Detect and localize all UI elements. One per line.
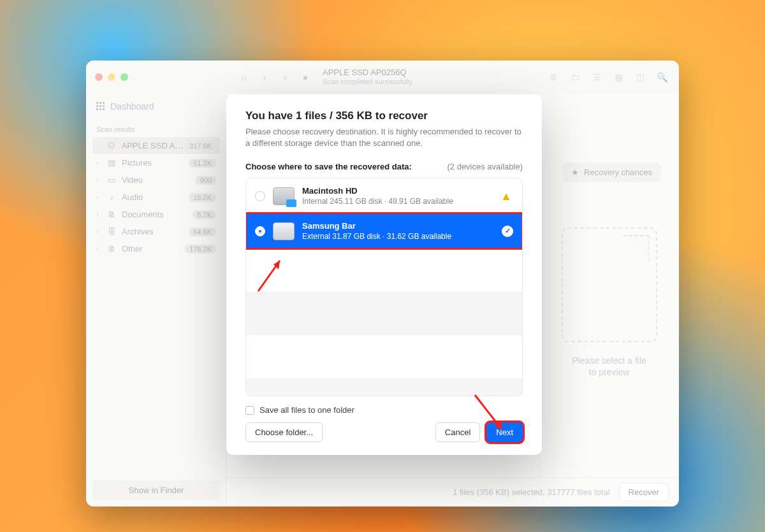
cancel-button[interactable]: Cancel	[435, 422, 480, 442]
preview-placeholder-text: Please select a file to preview	[572, 355, 646, 378]
choose-destination-label: Choose where to save the recovered data:	[245, 162, 412, 171]
forward-button[interactable]: ›	[278, 70, 292, 84]
disk-icon: ⛁	[106, 141, 117, 150]
folder-view-icon[interactable]: 🗀	[568, 70, 582, 84]
back-button[interactable]: ‹	[258, 70, 272, 84]
device-name: Samsung Bar	[302, 221, 451, 231]
toolbar: ⌂ ‹ › ● APPLE SSD AP0256Q Scan completed…	[227, 61, 679, 94]
sidebar-item-video[interactable]: ›▭Video 900	[92, 171, 220, 189]
device-detail: External 31.87 GB disk · 31.62 GB availa…	[302, 232, 451, 241]
recovery-destination-dialog: You have 1 files / 356 KB to recover Ple…	[226, 94, 542, 455]
zoom-window-button[interactable]	[120, 73, 128, 81]
columns-view-icon[interactable]: ◫	[633, 70, 647, 84]
chevron-right-icon: ›	[96, 211, 101, 218]
chevron-right-icon: ›	[96, 159, 101, 166]
status-check-icon: ●	[298, 70, 312, 84]
chevron-right-icon: ›	[96, 176, 101, 183]
chevron-right-icon: ›	[96, 245, 101, 252]
selection-status: 1 files (356 KB) selected, 317777 files …	[453, 487, 609, 497]
sidebar-item-other[interactable]: ›🗎Other 178.2K	[92, 240, 220, 257]
choose-folder-button[interactable]: Choose folder...	[245, 422, 323, 442]
sidebar-item-archives[interactable]: ›🗄Archives 64.6K	[92, 223, 220, 240]
recovery-chances-label: Recovery chances	[584, 168, 652, 177]
count-badge: 900	[196, 176, 216, 185]
devices-available-text: (2 devices available)	[447, 162, 523, 171]
close-window-button[interactable]	[95, 73, 103, 81]
list-view-icon[interactable]: ☰	[590, 70, 604, 84]
dashboard-label: Dashboard	[110, 101, 154, 111]
other-icon: 🗎	[106, 244, 117, 254]
count-badge: 6.7K	[193, 210, 216, 219]
footer-bar: 1 files (356 KB) selected, 317777 files …	[227, 477, 679, 507]
radio-checked-icon	[255, 226, 265, 236]
dashboard-link[interactable]: Dashboard	[92, 97, 220, 123]
warning-icon: ▲	[500, 190, 513, 203]
sidebar-section-label: Scan results	[92, 123, 220, 137]
audio-icon: ♪	[106, 192, 117, 202]
device-detail: Internal 245.11 GB disk · 49.91 GB avail…	[302, 197, 453, 206]
check-circle-icon: ✓	[502, 226, 513, 237]
home-icon[interactable]: ⌂	[237, 70, 251, 84]
count-badge: 64.6K	[189, 227, 216, 236]
device-option-internal[interactable]: Macintosh HD Internal 245.11 GB disk · 4…	[246, 178, 522, 213]
sidebar-item-audio[interactable]: ›♪Audio 16.2K	[92, 189, 220, 206]
dialog-title: You have 1 files / 356 KB to recover	[245, 110, 523, 122]
device-option-external[interactable]: Samsung Bar External 31.87 GB disk · 31.…	[246, 213, 522, 248]
dialog-subtitle: Please choose recovery destination. It i…	[245, 126, 523, 149]
sidebar-item-pictures[interactable]: ›▤Pictures 51.2K	[92, 154, 220, 171]
archives-icon: 🗄	[106, 227, 117, 236]
new-file-icon[interactable]: 🗎	[546, 70, 560, 84]
internal-disk-icon	[273, 187, 295, 205]
scan-target-title: APPLE SSD AP0256Q	[323, 68, 412, 78]
sidebar-item-label: Documents	[122, 210, 164, 219]
preview-pane: Please select a file to preview	[539, 94, 679, 477]
sidebar-item-documents[interactable]: ›🗎Documents 6.7K	[92, 206, 220, 223]
recover-button[interactable]: Recover	[619, 483, 669, 501]
radio-unchecked-icon	[255, 191, 265, 201]
save-all-checkbox[interactable]	[245, 406, 254, 415]
documents-icon: 🗎	[106, 210, 117, 219]
sidebar-item-label: Other	[122, 244, 143, 254]
sidebar-item-label: Pictures	[122, 158, 152, 168]
minimize-window-button[interactable]	[108, 73, 115, 81]
device-name: Macintosh HD	[302, 186, 453, 196]
count-badge: 51.2K	[189, 159, 216, 168]
scan-status-text: Scan completed successfully	[323, 78, 412, 86]
sidebar-item-label: Video	[122, 175, 143, 185]
grid-view-icon[interactable]: ▦	[611, 70, 625, 84]
count-badge: 16.2K	[189, 193, 216, 202]
show-in-finder-button[interactable]: Show in Finder	[92, 480, 220, 500]
search-icon[interactable]: 🔍	[655, 70, 669, 84]
chevron-right-icon: ›	[96, 228, 101, 235]
external-disk-icon	[273, 222, 295, 240]
grid-icon	[96, 102, 105, 111]
save-all-label: Save all files to one folder	[259, 405, 354, 415]
count-badge: 317.8K	[185, 141, 216, 150]
next-button[interactable]: Next	[486, 422, 523, 442]
star-icon: ★	[571, 168, 579, 177]
pictures-icon: ▤	[106, 158, 117, 168]
sidebar: Dashboard Scan results ⛁APPLE SSD AP... …	[86, 94, 226, 507]
preview-placeholder-icon	[562, 227, 657, 342]
sidebar-item-label: Audio	[122, 192, 143, 202]
sidebar-item-disk[interactable]: ⛁APPLE SSD AP... 317.8K	[92, 137, 220, 154]
next-button-highlight: Next	[486, 422, 523, 442]
device-list: Macintosh HD Internal 245.11 GB disk · 4…	[245, 178, 523, 396]
count-badge: 178.2K	[185, 245, 216, 254]
sidebar-item-label: Archives	[122, 227, 154, 236]
chevron-right-icon: ›	[96, 194, 101, 201]
sidebar-item-label: APPLE SSD AP...	[122, 141, 186, 150]
recovery-chances-button[interactable]: ★ Recovery chances	[562, 162, 661, 182]
window-controls	[95, 73, 128, 81]
video-icon: ▭	[106, 175, 117, 185]
